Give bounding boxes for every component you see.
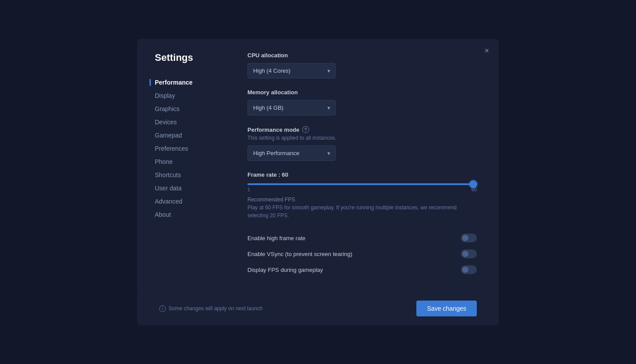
memory-select[interactable]: Low (1 GB) Medium (2 GB) High (4 GB) Ult… — [247, 100, 336, 115]
frame-rate-section: Frame rate : 60 1 60 Recommended FPS Pla… — [247, 171, 477, 219]
slider-thumb — [469, 180, 477, 188]
performance-mode-section: Performance mode ? This setting is appli… — [247, 126, 477, 161]
sidebar-item-shortcuts[interactable]: Shortcuts — [155, 168, 225, 182]
footer-note: i Some changes will apply on next launch — [159, 305, 262, 312]
slider-container — [247, 183, 477, 185]
modal-footer: i Some changes will apply on next launch… — [137, 293, 499, 325]
toggle-row-2: Display FPS during gameplay — [247, 262, 477, 278]
toggle-rows: Enable high frame rateEnable VSync (to p… — [247, 230, 477, 278]
help-icon[interactable]: ? — [302, 126, 309, 133]
sidebar-item-preferences[interactable]: Preferences — [155, 142, 225, 155]
toggle-switch-0[interactable] — [461, 234, 477, 242]
footer-note-text: Some changes will apply on next launch — [168, 305, 262, 312]
toggle-label-2: Display FPS during gameplay — [247, 267, 323, 273]
slider-min-label: 1 — [247, 187, 250, 192]
toggle-label-0: Enable high frame rate — [247, 235, 306, 241]
settings-modal: × Settings PerformanceDisplayGraphicsDev… — [137, 39, 499, 325]
toggle-row-1: Enable VSync (to prevent screen tearing) — [247, 246, 477, 262]
sidebar-item-devices[interactable]: Devices — [155, 115, 225, 129]
info-icon: i — [159, 305, 166, 312]
sidebar-item-performance[interactable]: Performance — [155, 76, 225, 89]
sidebar-item-about[interactable]: About — [155, 208, 225, 221]
toggle-row-0: Enable high frame rate — [247, 230, 477, 246]
sidebar-item-gamepad[interactable]: Gamepad — [155, 129, 225, 142]
sidebar-item-advanced[interactable]: Advanced — [155, 195, 225, 208]
toggle-knob-2 — [462, 267, 468, 273]
cpu-label: CPU allocation — [247, 52, 477, 59]
sidebar: Settings PerformanceDisplayGraphicsDevic… — [137, 52, 234, 284]
perf-mode-select-wrapper: Balanced High Performance Ultra ▼ — [247, 145, 336, 161]
cpu-select-wrapper: Low (1 Core) Medium (2 Cores) High (4 Co… — [247, 63, 336, 78]
memory-select-wrapper: Low (1 GB) Medium (2 GB) High (4 GB) Ult… — [247, 100, 336, 115]
toggle-switch-2[interactable] — [461, 265, 477, 274]
sidebar-item-graphics[interactable]: Graphics — [155, 102, 225, 115]
cpu-section: CPU allocation Low (1 Core) Medium (2 Co… — [247, 52, 477, 78]
close-button[interactable]: × — [482, 45, 492, 56]
memory-section: Memory allocation Low (1 GB) Medium (2 G… — [247, 89, 477, 115]
save-button[interactable]: Save changes — [416, 301, 477, 316]
sidebar-item-display[interactable]: Display — [155, 89, 225, 102]
fps-info-title: Recommended FPS — [247, 197, 477, 203]
slider-fill — [247, 183, 477, 185]
sidebar-item-phone[interactable]: Phone — [155, 155, 225, 168]
slider-track — [247, 183, 477, 185]
settings-title: Settings — [155, 52, 225, 63]
fps-info-body: Play at 60 FPS for smooth gameplay. If y… — [247, 204, 477, 219]
perf-mode-sub: This setting is applied to all instances… — [247, 135, 477, 141]
main-content: CPU allocation Low (1 Core) Medium (2 Co… — [234, 52, 499, 284]
toggle-knob-1 — [462, 251, 468, 257]
perf-mode-label-text: Performance mode — [247, 126, 299, 133]
modal-body: Settings PerformanceDisplayGraphicsDevic… — [137, 39, 499, 284]
perf-mode-select[interactable]: Balanced High Performance Ultra — [247, 145, 336, 161]
frame-rate-label: Frame rate : 60 — [247, 171, 477, 178]
slider-labels: 1 60 — [247, 187, 477, 192]
cpu-select[interactable]: Low (1 Core) Medium (2 Cores) High (4 Co… — [247, 63, 336, 78]
toggle-switch-1[interactable] — [461, 249, 477, 258]
toggle-knob-0 — [462, 235, 468, 241]
memory-label: Memory allocation — [247, 89, 477, 96]
sidebar-item-user-data[interactable]: User data — [155, 182, 225, 195]
perf-mode-label-row: Performance mode ? — [247, 126, 477, 133]
toggle-label-1: Enable VSync (to prevent screen tearing) — [247, 251, 352, 257]
